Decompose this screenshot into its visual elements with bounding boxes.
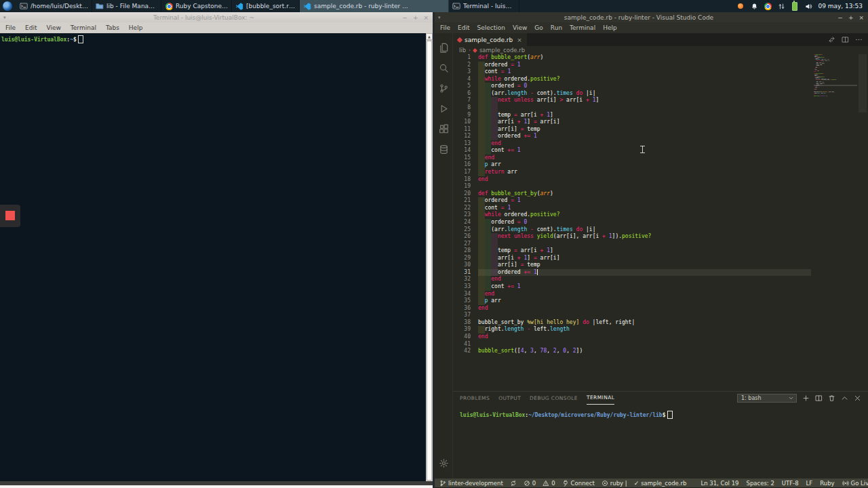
vscode-menu-file[interactable]: File xyxy=(440,24,450,31)
terminal-titlebar[interactable]: ▾ Terminal - luis@luis-VirtualBox: ~ −+× xyxy=(0,12,433,23)
activity-search-icon[interactable] xyxy=(435,58,453,78)
compare-icon[interactable] xyxy=(828,36,835,43)
minimize-button[interactable]: − xyxy=(402,14,408,21)
code-line[interactable]: bubble_sort([4, 3, 78, 2, 0, 2]) xyxy=(478,348,811,355)
close-tab-icon[interactable]: × xyxy=(517,37,522,43)
line-number[interactable]: 20 xyxy=(453,190,478,198)
line-number[interactable]: 33 xyxy=(453,283,478,291)
code-line[interactable] xyxy=(478,341,811,348)
status-git-branch[interactable]: linter-development xyxy=(439,480,503,487)
code-editor[interactable]: 1234567891011121314151617181920212223242… xyxy=(453,54,868,391)
more-actions-icon[interactable] xyxy=(855,36,863,43)
line-number[interactable]: 2 xyxy=(453,62,478,69)
line-number[interactable]: 12 xyxy=(453,133,478,140)
line-number[interactable]: 6 xyxy=(453,90,478,98)
activity-run-debug-icon[interactable] xyxy=(435,98,453,119)
code-line[interactable]: while ordered.positive? xyxy=(478,76,811,83)
status-cursor-position[interactable]: Ln 31, Col 19 xyxy=(701,480,738,487)
code-line[interactable] xyxy=(478,312,811,319)
code-line[interactable]: next unless yield(arr[i], arr[i + 1]).po… xyxy=(478,233,811,241)
window-menu-icon[interactable]: ▾ xyxy=(0,15,9,20)
scroll-up-icon[interactable]: ▲ xyxy=(426,33,433,40)
line-number[interactable]: 11 xyxy=(453,126,478,134)
breadcrumb-folder[interactable]: lib xyxy=(459,47,466,54)
recorder-icon[interactable] xyxy=(736,2,745,10)
line-number[interactable]: 9 xyxy=(453,112,478,119)
code-line[interactable]: ordered = 0 xyxy=(478,219,811,226)
line-number[interactable]: 40 xyxy=(453,333,478,341)
code-line[interactable]: arr[i + 1] = arr[i] xyxy=(478,255,811,262)
status-errors[interactable]: 0 xyxy=(524,480,536,487)
line-number[interactable]: 13 xyxy=(453,140,478,148)
line-number[interactable]: 19 xyxy=(453,183,478,190)
code-line[interactable]: arr[i] = temp xyxy=(478,126,811,134)
code-line[interactable]: p arr xyxy=(478,298,811,305)
terminal-menu-file[interactable]: File xyxy=(5,24,16,31)
code-line[interactable]: cont = 1 xyxy=(478,68,811,76)
code-line[interactable]: return arr xyxy=(478,169,811,176)
close-button[interactable]: × xyxy=(423,14,429,21)
code-line[interactable]: cont += 1 xyxy=(478,283,811,291)
integrated-terminal[interactable]: luis@luis-VirtualBox:~/Desktop/microvers… xyxy=(453,404,868,419)
maximize-button[interactable]: + xyxy=(848,14,854,21)
status-connect[interactable]: Connect xyxy=(562,480,595,487)
maximize-button[interactable]: + xyxy=(413,14,418,21)
editor-scrollbar[interactable] xyxy=(859,54,867,113)
code-line[interactable]: ordered = 1 xyxy=(478,62,811,69)
volume-icon[interactable] xyxy=(804,2,812,10)
code-line[interactable]: while ordered.positive? xyxy=(478,211,811,219)
vscode-menu-go[interactable]: Go xyxy=(534,24,542,31)
terminal-scrollbar[interactable]: ▲ xyxy=(426,33,433,481)
battery-icon[interactable] xyxy=(791,2,799,10)
panel-tab-output[interactable]: OUTPUT xyxy=(498,392,521,404)
vscode-menu-selection[interactable]: Selection xyxy=(477,24,505,31)
code-line[interactable]: (arr.length - cont).times do |i| xyxy=(478,226,811,234)
line-number[interactable]: 41 xyxy=(453,341,478,348)
status-encoding[interactable]: UTF-8 xyxy=(782,480,799,487)
code-line[interactable]: end xyxy=(478,305,811,312)
code-line[interactable]: ordered += 1 xyxy=(478,133,811,140)
status-sync[interactable] xyxy=(510,480,517,487)
chrome-icon[interactable] xyxy=(764,2,772,10)
terminal-menu-view[interactable]: View xyxy=(47,24,61,31)
network-icon[interactable] xyxy=(777,2,785,10)
terminal-content[interactable]: luis@luis-VirtualBox:~$ xyxy=(0,33,433,481)
line-number[interactable]: 3 xyxy=(453,68,478,76)
activity-extensions-icon[interactable] xyxy=(435,119,453,139)
line-number[interactable]: 32 xyxy=(453,276,478,283)
line-number[interactable]: 8 xyxy=(453,104,478,112)
kill-terminal-icon[interactable] xyxy=(828,394,835,402)
terminal-menu-terminal[interactable]: Terminal xyxy=(71,24,96,31)
line-number[interactable]: 36 xyxy=(453,305,478,312)
maximize-panel-icon[interactable] xyxy=(841,394,848,402)
line-number[interactable]: 5 xyxy=(453,83,478,90)
line-number[interactable]: 30 xyxy=(453,262,478,269)
status-indentation[interactable]: Spaces: 2 xyxy=(747,480,774,487)
vscode-menu-edit[interactable]: Edit xyxy=(458,24,469,31)
code-line[interactable]: def bubble_sort(arr) xyxy=(478,54,811,62)
line-number[interactable]: 31 xyxy=(453,269,478,277)
code-line[interactable]: ordered += 1 xyxy=(478,269,811,277)
line-number[interactable]: 22 xyxy=(453,205,478,212)
line-number[interactable]: 38 xyxy=(453,319,478,327)
status-language-mode[interactable]: Ruby xyxy=(820,480,834,487)
line-number[interactable]: 23 xyxy=(453,211,478,219)
taskbar-button-4[interactable]: sample_code.rb - ruby-linter ... xyxy=(300,0,449,12)
status-eol[interactable]: LF xyxy=(806,480,813,487)
code-line[interactable] xyxy=(478,104,811,112)
line-number[interactable]: 28 xyxy=(453,247,478,255)
code-line[interactable]: temp = arr[i + 1] xyxy=(478,112,811,119)
breadcrumb-file[interactable]: sample_code.rb xyxy=(479,47,525,54)
terminal-menu-edit[interactable]: Edit xyxy=(25,24,37,31)
line-number[interactable]: 42 xyxy=(453,348,478,355)
code-line[interactable]: next unless arr[i] > arr[i + 1] xyxy=(478,97,811,104)
line-number[interactable]: 27 xyxy=(453,241,478,248)
line-number[interactable]: 17 xyxy=(453,169,478,176)
panel-tab-debug-console[interactable]: DEBUG CONSOLE xyxy=(530,392,578,404)
line-number[interactable]: 35 xyxy=(453,298,478,305)
taskbar-button-3[interactable]: [bubble_sort.rb - Visual Studi... xyxy=(232,0,300,12)
line-number[interactable]: 14 xyxy=(453,147,478,155)
screen-recorder-widget[interactable] xyxy=(0,205,20,227)
split-editor-icon[interactable] xyxy=(842,36,849,43)
line-number[interactable]: 26 xyxy=(453,233,478,241)
